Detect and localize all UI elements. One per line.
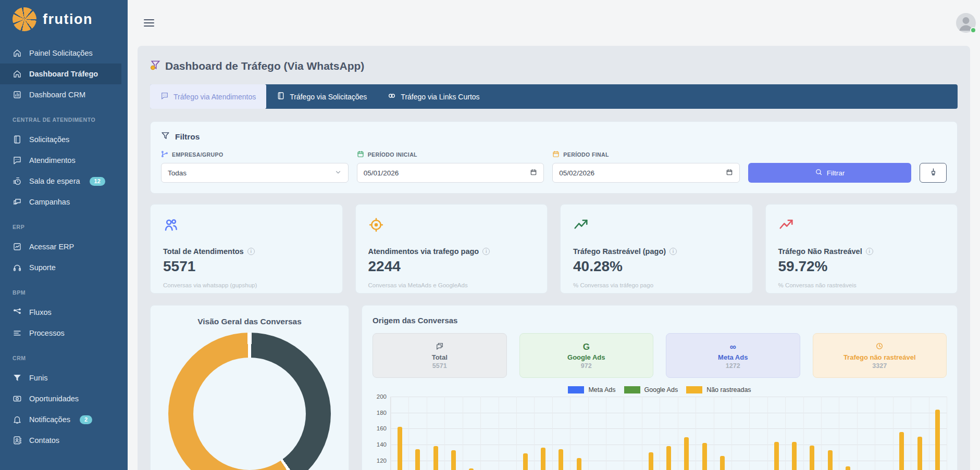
- bar: [684, 437, 689, 470]
- bar: [649, 452, 653, 470]
- gridline: [696, 397, 696, 470]
- date-input[interactable]: 05/02/2026: [552, 163, 740, 183]
- stat-value: 59.72%: [778, 258, 945, 275]
- trend-up-icon: [573, 225, 589, 234]
- bar-chart: 200180160140120: [373, 397, 947, 470]
- trend-up-icon: [778, 225, 794, 234]
- y-tick-label: 200: [377, 393, 387, 400]
- bar: [846, 466, 850, 470]
- sidebar-item[interactable]: Solicitações: [0, 129, 128, 150]
- filters-heading: Filtros: [161, 131, 947, 142]
- sidebar-item[interactable]: Oportunidades: [0, 388, 128, 409]
- stat-title: Atendimentos via trafego pagoi: [368, 247, 535, 256]
- sidebar-item[interactable]: Sala de espera12: [0, 171, 128, 192]
- gridline: [391, 428, 947, 429]
- clear-filters-button[interactable]: [920, 163, 947, 183]
- document-icon: [277, 92, 285, 101]
- tab[interactable]: Tráfego via Links Curtos: [377, 84, 490, 109]
- home-icon: [13, 48, 22, 58]
- funnel-coin-icon: [150, 60, 160, 72]
- bar: [917, 437, 922, 470]
- gridline: [839, 397, 839, 470]
- origin-label: Total: [432, 353, 448, 361]
- sidebar-item[interactable]: Painel Solicitações: [0, 43, 128, 63]
- filter-icon: [161, 131, 170, 142]
- sidebar-item-label: Atendimentos: [29, 156, 76, 164]
- gridline: [624, 397, 624, 470]
- chevron-down-icon: [334, 169, 342, 177]
- gridline: [821, 397, 822, 470]
- sidebar-item[interactable]: Suporte: [0, 257, 128, 278]
- filters-row: EMPRESA/GRUPOTodasPERÍODO INICIAL05/01/2…: [161, 150, 947, 183]
- stat-subtitle: Conversas via MetaAds e GoogleAds: [368, 282, 535, 288]
- chart-legend: Meta AdsGoogle AdsNão rastreadas: [373, 386, 947, 393]
- select-input[interactable]: Todas: [161, 163, 349, 183]
- gridline: [893, 397, 894, 470]
- filtrar-button[interactable]: Filtrar: [748, 163, 911, 183]
- origin-cards-row: Total5571GGoogle Ads972∞Meta Ads1272Traf…: [373, 333, 947, 378]
- sidebar-item[interactable]: Dashboard CRM: [0, 84, 128, 105]
- sidebar-item-label: Oportunidades: [29, 395, 79, 403]
- bar: [810, 446, 814, 470]
- users-icon: [163, 225, 179, 234]
- legend-item[interactable]: Meta Ads: [568, 386, 615, 393]
- origin-card[interactable]: Trafego não rastreável3327: [813, 333, 947, 378]
- menu-toggle-icon[interactable]: [144, 17, 154, 29]
- origin-card[interactable]: GGoogle Ads972: [519, 333, 654, 378]
- sidebar-item[interactable]: Contatos: [0, 430, 128, 451]
- stat-subtitle: % Conversas via tráfego pago: [573, 282, 740, 288]
- field-value: 05/01/2026: [364, 169, 399, 177]
- field-label: PERÍODO INICIAL: [357, 150, 544, 159]
- tab[interactable]: Tráfego via Solicitações: [266, 84, 377, 109]
- tab-bar: Tráfego via AtendimentosTráfego via Soli…: [150, 84, 958, 109]
- donut-title: Visão Geral das Conversas: [161, 317, 338, 326]
- gridline: [678, 397, 678, 470]
- calendar-icon: [357, 150, 364, 159]
- sidebar-item[interactable]: Atendimentos: [0, 150, 128, 171]
- sidebar-item-label: Contatos: [29, 436, 59, 444]
- sidebar-item[interactable]: Dashboard Tráfego: [0, 63, 121, 84]
- chat-icon: [13, 156, 22, 165]
- nav-section-header: ERP: [13, 224, 128, 230]
- stat-value: 5571: [163, 258, 330, 275]
- filters-card: Filtros EMPRESA/GRUPOTodasPERÍODO INICIA…: [150, 121, 958, 194]
- gridline: [391, 413, 947, 413]
- money-icon: [13, 394, 22, 403]
- sidebar-item[interactable]: Funis: [0, 367, 128, 388]
- sidebar-item[interactable]: Notificações2: [0, 409, 128, 430]
- charts-row: Visão Geral das Conversas Origem das Con…: [150, 305, 958, 470]
- page-title-row: Dashboard de Tráfego (Via WhatsApp): [150, 58, 958, 74]
- bar: [398, 427, 402, 470]
- y-tick-label: 180: [377, 410, 387, 416]
- date-picker-icon: [530, 169, 537, 177]
- gridline: [444, 397, 445, 470]
- contact-icon: [13, 436, 22, 445]
- sidebar: frution Painel SolicitaçõesDashboard Trá…: [0, 0, 128, 470]
- filters-title: Filtros: [175, 132, 200, 142]
- gridline: [516, 397, 517, 470]
- sidebar-item[interactable]: Fluxos: [0, 302, 128, 323]
- book-icon: [13, 135, 22, 144]
- gridline: [606, 397, 606, 470]
- sidebar-nav: Painel SolicitaçõesDashboard TráfegoDash…: [0, 43, 128, 451]
- filter-field: EMPRESA/GRUPOTodas: [161, 150, 349, 183]
- branch-icon: [161, 150, 168, 159]
- y-tick-label: 140: [377, 441, 387, 448]
- filter-field: PERÍODO INICIAL05/01/2026: [357, 150, 544, 183]
- gridline: [857, 397, 858, 470]
- gridline: [875, 397, 875, 470]
- sidebar-item[interactable]: Processos: [0, 323, 128, 344]
- sidebar-item[interactable]: Acessar ERP: [0, 236, 128, 257]
- user-avatar[interactable]: [956, 13, 976, 33]
- legend-item[interactable]: Google Ads: [624, 386, 678, 393]
- online-status-dot: [970, 27, 976, 33]
- origin-card[interactable]: ∞Meta Ads1272: [666, 333, 800, 378]
- bar: [899, 432, 904, 470]
- date-input[interactable]: 05/01/2026: [357, 163, 544, 183]
- field-value: 05/02/2026: [559, 169, 594, 177]
- sidebar-item[interactable]: Campanhas: [0, 192, 128, 212]
- origin-card[interactable]: Total5571: [373, 333, 507, 378]
- legend-item[interactable]: Não rastreadas: [686, 386, 751, 393]
- tab[interactable]: Tráfego via Atendimentos: [150, 84, 266, 109]
- main-area: Dashboard de Tráfego (Via WhatsApp) Tráf…: [128, 0, 980, 470]
